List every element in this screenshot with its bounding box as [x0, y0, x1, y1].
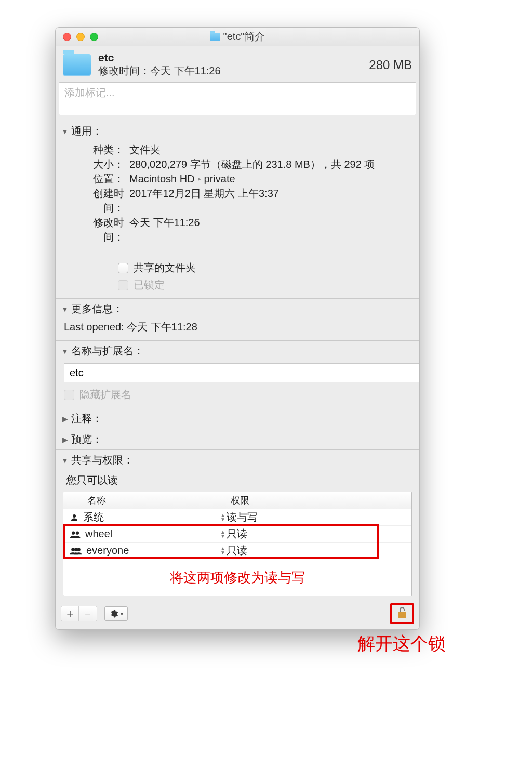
section-preview: ▶ 预览：: [56, 429, 419, 449]
minimize-button[interactable]: [76, 33, 85, 41]
row-priv: 读与写: [227, 510, 258, 524]
row-name: 系统: [83, 510, 104, 524]
annotation-highlight-rows: [63, 524, 379, 559]
name-ext-input[interactable]: [64, 363, 420, 382]
remove-button[interactable]: －: [79, 606, 97, 621]
header: etc 修改时间：今天 下午11:26 280 MB: [56, 46, 419, 82]
section-more-info-toggle[interactable]: ▼ 更多信息：: [56, 299, 419, 319]
permissions-table: 名称 权限 系统 ▲▼ 读与写: [63, 492, 412, 596]
add-remove-group: ＋ －: [61, 606, 97, 621]
col-name: 名称: [63, 492, 219, 509]
disclosure-down-icon: ▼: [61, 347, 69, 355]
section-general-title: 通用：: [71, 124, 102, 138]
info-window: "etc"简介 etc 修改时间：今天 下午11:26 280 MB 添加标记.…: [55, 27, 420, 630]
last-opened: Last opened: 今天 下午11:28: [64, 320, 411, 334]
section-name-ext: ▼ 名称与扩展名： 隐藏扩展名: [56, 340, 419, 408]
item-size: 280 MB: [369, 58, 412, 72]
folder-icon: [210, 33, 220, 41]
disclosure-right-icon: ▶: [61, 415, 69, 423]
annotation-unlock-text: 解开这个锁: [357, 632, 446, 656]
permissions-row-system[interactable]: 系统 ▲▼ 读与写: [63, 509, 411, 526]
close-button[interactable]: [63, 33, 71, 41]
section-name-ext-title: 名称与扩展名：: [71, 344, 144, 358]
item-name: etc: [98, 51, 362, 64]
titlebar: "etc"简介: [56, 28, 419, 46]
section-comments-title: 注释：: [71, 412, 102, 426]
sharing-note: 您只可以读: [63, 472, 412, 492]
disclosure-down-icon: ▼: [61, 305, 69, 313]
hide-extension-checkbox: [64, 390, 74, 400]
created-value: 2017年12月2日 星期六 上午3:37: [129, 186, 279, 215]
window-title: "etc"简介: [56, 30, 419, 44]
section-comments: ▶ 注释：: [56, 408, 419, 429]
section-sharing-toggle[interactable]: ▼ 共享与权限：: [56, 450, 419, 470]
annotation-highlight-lock: [390, 603, 414, 624]
modified-label: 修改时间：: [76, 215, 124, 244]
section-preview-title: 预览：: [71, 432, 102, 446]
window-title-text: "etc"简介: [223, 30, 265, 44]
gear-icon: [109, 609, 118, 618]
disclosure-down-icon: ▼: [61, 127, 69, 136]
tags-input[interactable]: 添加标记...: [59, 82, 416, 115]
action-menu-button[interactable]: ▾: [104, 606, 128, 621]
chevron-down-icon: ▾: [121, 611, 123, 617]
where-path-1: Macintosh HD: [129, 171, 195, 186]
section-sharing: ▼ 共享与权限： 您只可以读 名称 权限 系统: [56, 449, 419, 629]
section-sharing-title: 共享与权限：: [71, 453, 134, 467]
section-general: ▼ 通用： 种类： 文件夹 大小： 280,020,279 字节（磁盘上的 23…: [56, 121, 419, 298]
where-label: 位置：: [76, 171, 124, 186]
where-value: Macintosh HD ▸ private: [129, 171, 235, 186]
section-more-info: ▼ 更多信息： Last opened: 今天 下午11:28: [56, 298, 419, 340]
modified-time: 修改时间：今天 下午11:26: [98, 64, 362, 78]
section-comments-toggle[interactable]: ▶ 注释：: [56, 408, 419, 429]
section-general-toggle[interactable]: ▼ 通用：: [56, 121, 419, 141]
disclosure-right-icon: ▶: [61, 435, 69, 444]
shared-folder-label: 共享的文件夹: [134, 261, 196, 275]
lock-icon[interactable]: [397, 606, 407, 621]
created-label: 创建时间：: [76, 186, 124, 215]
folder-icon: [63, 54, 91, 76]
hide-extension-label: 隐藏扩展名: [79, 388, 131, 402]
section-more-info-title: 更多信息：: [71, 302, 123, 316]
add-button[interactable]: ＋: [61, 606, 79, 621]
path-separator-icon: ▸: [198, 171, 201, 186]
zoom-button[interactable]: [90, 33, 98, 41]
annotation-rows-text: 将这两项修改为读与写: [63, 559, 411, 596]
locked-checkbox: [118, 280, 128, 290]
locked-label: 已锁定: [134, 278, 165, 292]
person-icon: [70, 513, 79, 522]
where-path-2: private: [204, 171, 235, 186]
disclosure-down-icon: ▼: [61, 456, 69, 465]
window-controls: [56, 33, 98, 41]
section-preview-toggle[interactable]: ▶ 预览：: [56, 429, 419, 449]
kind-value: 文件夹: [129, 142, 161, 157]
section-name-ext-toggle[interactable]: ▼ 名称与扩展名：: [56, 341, 419, 361]
size-label: 大小：: [76, 157, 124, 171]
shared-folder-checkbox[interactable]: [118, 263, 128, 273]
kind-label: 种类：: [76, 142, 124, 157]
modified-value: 今天 下午11:26: [129, 215, 200, 244]
header-info: etc 修改时间：今天 下午11:26: [98, 51, 362, 78]
stepper-icon[interactable]: ▲▼: [220, 513, 225, 522]
permissions-header: 名称 权限: [63, 492, 411, 509]
size-value: 280,020,279 字节（磁盘上的 231.8 MB），共 292 项: [129, 157, 375, 171]
svg-point-0: [73, 514, 76, 518]
sharing-toolbar: ＋ － ▾: [56, 601, 419, 629]
col-privilege: 权限: [219, 492, 411, 509]
